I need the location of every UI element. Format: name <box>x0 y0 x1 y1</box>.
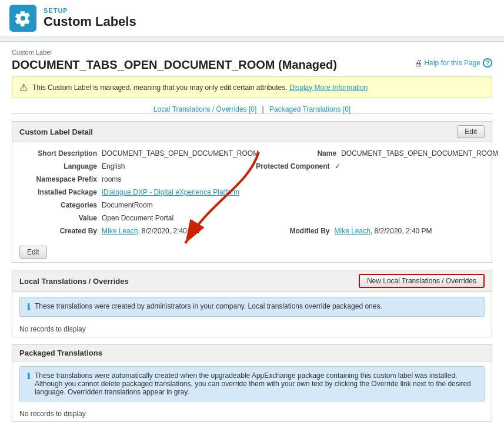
detail-section-title: Custom Label Detail <box>19 128 93 136</box>
detail-section-header: Custom Label Detail Edit <box>12 122 492 142</box>
app-header: SETUP Custom Labels <box>0 0 504 37</box>
categories-label: Categories <box>19 201 102 209</box>
local-translations-info: ℹ These translations were created by adm… <box>19 297 485 317</box>
help-icon: ? <box>483 58 492 68</box>
modified-by-value: Mike Leach, 8/2/2020, 2:40 PM <box>335 227 485 235</box>
namespace-prefix-label: Namespace Prefix <box>19 175 102 183</box>
detail-row-installed-package: Installed Package iDialogue DXP - Digita… <box>12 186 492 199</box>
installed-package-value: iDialogue DXP - Digital eXperience Platf… <box>102 188 252 196</box>
help-link-text: Help for this Page <box>425 59 480 67</box>
tab-bar: Local Translations / Overrides [0] | Pac… <box>12 105 492 114</box>
setup-label: SETUP <box>44 7 136 14</box>
help-link[interactable]: Help for this Page <box>425 59 480 67</box>
info-banner: ⚠ This Custom Label is managed, meaning … <box>12 76 492 98</box>
info-banner-text: This Custom Label is managed, meaning th… <box>32 83 368 92</box>
value-label: Value <box>19 214 102 222</box>
namespace-prefix-value: rooms <box>102 175 252 183</box>
detail-row-namespace: Namespace Prefix rooms <box>12 173 492 186</box>
main-content: Custom Label DOCUMENT_TABS_OPEN_DOCUMENT… <box>0 42 504 422</box>
protected-component-label: Protected Component <box>252 162 335 170</box>
app-icon <box>9 5 36 32</box>
language-value: English <box>102 162 252 170</box>
packaged-translations-section: Packaged Translations ℹ These translatio… <box>12 344 492 422</box>
edit-button-bottom[interactable]: Edit <box>19 246 47 259</box>
info-banner-icon: ⚠ <box>19 82 28 93</box>
created-by-link[interactable]: Mike Leach <box>102 227 138 235</box>
name-value: DOCUMENT_TABS_OPEN_DOCUMENT_ROOM <box>341 149 498 158</box>
new-local-translations-button[interactable]: New Local Translations / Overrides <box>359 274 485 288</box>
app-title: Custom Labels <box>44 14 136 29</box>
edit-button-top[interactable]: Edit <box>457 125 485 138</box>
detail-body: Short Description DOCUMENT_TABS_OPEN_DOC… <box>12 142 492 242</box>
detail-row-language: Language English Protected Component ✓ <box>12 160 492 173</box>
created-by-label: Created By <box>19 227 102 235</box>
tab-separator: | <box>262 105 264 113</box>
detail-row-value: Value Open Document Portal <box>12 212 492 225</box>
display-more-link[interactable]: Display More Information <box>289 83 368 92</box>
tab-local-translations[interactable]: Local Translations / Overrides [0] <box>153 105 256 113</box>
short-description-value: DOCUMENT_TABS_OPEN_DOCUMENT_ROOM <box>102 149 259 158</box>
installed-package-link[interactable]: iDialogue DXP - Digital eXperience Platf… <box>102 188 239 196</box>
custom-label-detail-section: Custom Label Detail Edit Short Descripti… <box>12 121 492 263</box>
tab-packaged-translations[interactable]: Packaged Translations [0] <box>269 105 351 113</box>
name-label: Name <box>259 149 341 158</box>
modified-by-link[interactable]: Mike Leach <box>335 227 371 235</box>
local-translations-message: These translations were created by admin… <box>35 302 382 310</box>
created-by-value: Mike Leach, 8/2/2020, 2:40 PM <box>102 227 252 235</box>
breadcrumb: Custom Label <box>12 49 492 56</box>
empty-label <box>252 175 335 183</box>
detail-row-created-by: Created By Mike Leach, 8/2/2020, 2:40 PM… <box>12 225 492 237</box>
installed-package-label: Installed Package <box>19 188 102 196</box>
local-translations-section: Local Translations / Overrides New Local… <box>12 270 492 337</box>
value-value: Open Document Portal <box>102 214 252 222</box>
detail-row-categories: Categories DocumentRoom <box>12 199 492 212</box>
modified-by-label: Modified By <box>252 227 335 235</box>
packaged-translations-info: ℹ These translations were automatically … <box>19 366 485 401</box>
local-translations-title: Local Translations / Overrides <box>19 277 129 286</box>
local-translations-no-records: No records to display <box>12 321 492 337</box>
info-circle-icon: ℹ <box>27 302 30 312</box>
packaged-translations-message: These translations were automatically cr… <box>35 371 477 396</box>
detail-row-short-desc: Short Description DOCUMENT_TABS_OPEN_DOC… <box>12 147 492 160</box>
packaged-translations-title: Packaged Translations <box>19 349 102 357</box>
language-label: Language <box>19 162 102 170</box>
header-text: SETUP Custom Labels <box>44 7 136 29</box>
short-description-label: Short Description <box>19 149 102 158</box>
page-title: DOCUMENT_TABS_OPEN_DOCUMENT_ROOM (Manage… <box>12 58 337 72</box>
gear-icon <box>15 10 31 26</box>
top-strip <box>0 37 504 42</box>
pkg-info-circle-icon: ℹ <box>27 371 30 381</box>
detail-footer: Edit <box>12 242 492 262</box>
page-title-area: DOCUMENT_TABS_OPEN_DOCUMENT_ROOM (Manage… <box>12 58 492 72</box>
local-translations-header: Local Translations / Overrides New Local… <box>12 270 492 292</box>
categories-value: DocumentRoom <box>102 201 252 209</box>
packaged-translations-header: Packaged Translations <box>12 345 492 361</box>
packaged-translations-no-records: No records to display <box>12 406 492 421</box>
protected-component-value: ✓ <box>335 162 485 170</box>
